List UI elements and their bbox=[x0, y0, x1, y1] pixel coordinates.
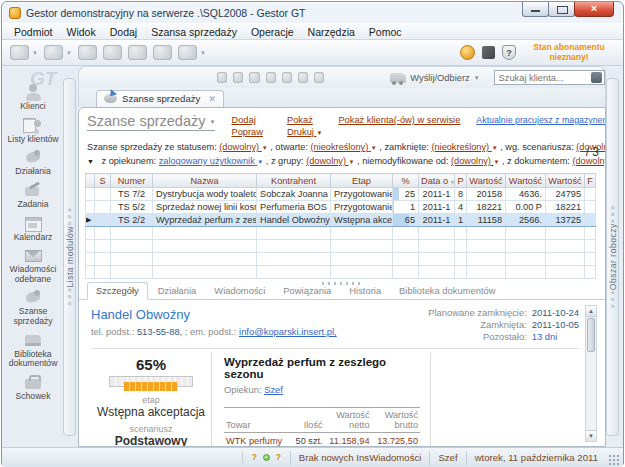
minimize-button[interactable] bbox=[522, 2, 549, 17]
title-bar[interactable]: Gestor demonstracyjny na serwerze .\SQL2… bbox=[2, 2, 623, 23]
col-wartosc-3[interactable]: Wartość bbox=[546, 174, 585, 188]
search-input[interactable] bbox=[499, 73, 591, 83]
col-pct[interactable]: % bbox=[393, 174, 419, 188]
sidebar-item-dzialania[interactable]: Działania bbox=[4, 149, 62, 177]
detail-tab-biblioteka[interactable]: Biblioteka dokumentów bbox=[391, 283, 503, 299]
shield-question-icon[interactable]: ? bbox=[502, 45, 516, 60]
col-wartosc-1[interactable]: Wartość bbox=[467, 174, 506, 188]
menu-pomoc[interactable]: Pomoc bbox=[362, 25, 409, 39]
tab-close-icon[interactable]: ✕ bbox=[208, 94, 216, 104]
filter-open[interactable]: (nieokreślony) ▼ bbox=[311, 142, 377, 152]
col-kontrahent[interactable]: Kontrahent bbox=[257, 174, 331, 188]
reports-icon[interactable] bbox=[178, 45, 197, 60]
progress-block: 65% etap Wstępna akceptacja scenariusz P… bbox=[91, 353, 211, 447]
close-button[interactable]: × bbox=[574, 2, 614, 17]
menu-dodaj[interactable]: Dodaj bbox=[103, 25, 144, 39]
clip-icon[interactable] bbox=[314, 72, 324, 83]
edit-link[interactable]: Popraw bbox=[231, 127, 263, 137]
table-row-selected[interactable]: TS 2/2 Wyprzedaż perfum z zeszłe Handel … bbox=[86, 214, 596, 227]
scrollbar-thumb[interactable] bbox=[587, 318, 595, 352]
sidebar-item-szanse-sprzedazy[interactable]: Szanse sprzedaży bbox=[4, 289, 62, 326]
magazine-link[interactable]: Aktualnie pracujesz z magazynem - MAG - … bbox=[476, 113, 606, 125]
status-user: Szef bbox=[429, 451, 465, 465]
help-question-icon[interactable]: ? bbox=[274, 452, 283, 463]
workspace-strip[interactable]: Obszar roboczy bbox=[606, 78, 619, 436]
user-icon[interactable] bbox=[233, 72, 243, 83]
coin-icon[interactable] bbox=[460, 45, 475, 60]
module-list-strip[interactable]: Lista modułów bbox=[63, 78, 76, 436]
menu-narzedzia[interactable]: Narzędzia bbox=[301, 25, 362, 39]
resize-grip[interactable] bbox=[608, 454, 620, 466]
sidebar-item-klienci[interactable]: Klienci bbox=[4, 84, 62, 112]
chevron-down-icon[interactable]: ▼ bbox=[66, 50, 72, 56]
check-icon[interactable] bbox=[282, 72, 292, 83]
page-title[interactable]: Szanse sprzedaży ▼ bbox=[87, 113, 215, 131]
folder-icon[interactable] bbox=[249, 72, 259, 83]
menu-widok[interactable]: Widok bbox=[60, 25, 103, 39]
chevron-down-icon[interactable]: ▼ bbox=[32, 50, 38, 56]
pencil-icon[interactable] bbox=[266, 72, 276, 83]
tag-icon[interactable] bbox=[103, 45, 122, 60]
envelope-icon[interactable] bbox=[10, 45, 29, 60]
search-icon[interactable] bbox=[591, 72, 602, 83]
sidebar-item-zadania[interactable]: Zadania bbox=[4, 182, 62, 210]
tab-szanse-sprzedazy[interactable]: Szanse sprzedaży ✕ bbox=[96, 90, 224, 107]
col-nazwa[interactable]: Nazwa bbox=[153, 174, 257, 188]
filter-unmodified[interactable]: (dowolny) ▼ bbox=[451, 156, 499, 166]
col-etap[interactable]: Etap bbox=[331, 174, 393, 188]
add-link[interactable]: Dodaj bbox=[231, 115, 263, 125]
help-question-icon[interactable]: ? bbox=[250, 452, 259, 463]
client-email-link[interactable]: info@koparski.insert.pl, bbox=[239, 326, 337, 337]
table-row[interactable]: TS 5/2 Sprzedaż nowej linii kosmet Perfu… bbox=[86, 201, 596, 214]
scroll-up-icon[interactable]: ▲ bbox=[586, 306, 596, 317]
edit-icon[interactable] bbox=[128, 45, 147, 60]
menu-szansa-sprzedazy[interactable]: Szansa sprzedaży bbox=[144, 25, 244, 39]
col-numer[interactable]: Numer bbox=[111, 174, 153, 188]
sales-opportunities-icon bbox=[21, 289, 45, 306]
table-row[interactable]: TS 7/2 Dystrybucja wody toaletowe Sobcza… bbox=[86, 188, 596, 201]
sidebar-item-schowek[interactable]: Schowek bbox=[4, 374, 62, 402]
filter-status[interactable]: (dowolny) ▼ bbox=[219, 142, 267, 152]
menu-operacje[interactable]: Operacje bbox=[244, 25, 301, 39]
filter-group[interactable]: (dowolny) ▼ bbox=[306, 156, 354, 166]
sidebar-item-listy-klientow[interactable]: Listy klientów bbox=[4, 117, 62, 145]
filter-owner[interactable]: zalogowany użytkownik ▼ bbox=[159, 156, 264, 166]
detail-tab-powiazania[interactable]: Powiązania bbox=[275, 283, 339, 299]
detail-scrollbar[interactable]: ▲ ▼ bbox=[585, 305, 597, 442]
filter-expander-icon[interactable]: ▼ bbox=[87, 158, 94, 165]
show-client-in-service-link[interactable]: Pokaż klienta(-ów) w serwisie bbox=[338, 113, 460, 125]
inner-toolbar: Wyślij/Odbierz ▼ bbox=[78, 66, 606, 88]
print-link[interactable]: Drukuj ▼ bbox=[287, 127, 322, 137]
sidebar-item-wiadomosci-odebrane[interactable]: Wiadomości odebrane bbox=[4, 247, 62, 284]
inbox-icon bbox=[21, 247, 45, 264]
col-wartosc-2[interactable]: Wartość bbox=[506, 174, 546, 188]
sidebar-item-biblioteka-dokumentow[interactable]: Biblioteka dokumentów bbox=[4, 332, 62, 369]
sidebar-item-kalendarz[interactable]: Kalendarz bbox=[4, 215, 62, 243]
filter-closed[interactable]: (nieokreślony) ▼ bbox=[431, 142, 497, 152]
pin-icon[interactable] bbox=[217, 72, 227, 83]
maximize-button[interactable] bbox=[548, 2, 575, 17]
col-data[interactable]: Data o bbox=[419, 174, 455, 188]
send-icon[interactable] bbox=[44, 45, 63, 60]
chevron-down-icon[interactable]: ▼ bbox=[200, 50, 206, 56]
send-receive-button[interactable]: Wyślij/Odbierz ▼ bbox=[390, 73, 479, 83]
col-p[interactable]: P bbox=[455, 174, 467, 188]
client-name-link[interactable]: Handel Obwoźny bbox=[91, 307, 337, 322]
detail-tab-dzialania[interactable]: Działania bbox=[150, 283, 205, 299]
detail-tab-historia[interactable]: Historia bbox=[341, 283, 389, 299]
cube-icon[interactable] bbox=[482, 46, 495, 59]
menu-podmiot[interactable]: Podmiot bbox=[7, 25, 60, 39]
detail-tab-szczegoly[interactable]: Szczegóły bbox=[87, 282, 148, 300]
table-row-empty bbox=[86, 227, 596, 240]
attach-icon[interactable] bbox=[153, 45, 172, 60]
col-s[interactable]: S bbox=[95, 174, 111, 188]
horizontal-splitter[interactable] bbox=[79, 279, 605, 283]
detail-tab-wiadomosci[interactable]: Wiadomości bbox=[206, 283, 273, 299]
scroll-down-icon[interactable]: ▼ bbox=[586, 430, 596, 441]
progress-bar bbox=[109, 376, 193, 387]
col-f[interactable]: F bbox=[585, 174, 596, 188]
gear-icon[interactable] bbox=[298, 72, 308, 83]
show-link[interactable]: Pokaż bbox=[287, 115, 322, 125]
owner-link[interactable]: Szef bbox=[264, 384, 283, 395]
person-icon[interactable] bbox=[78, 45, 97, 60]
